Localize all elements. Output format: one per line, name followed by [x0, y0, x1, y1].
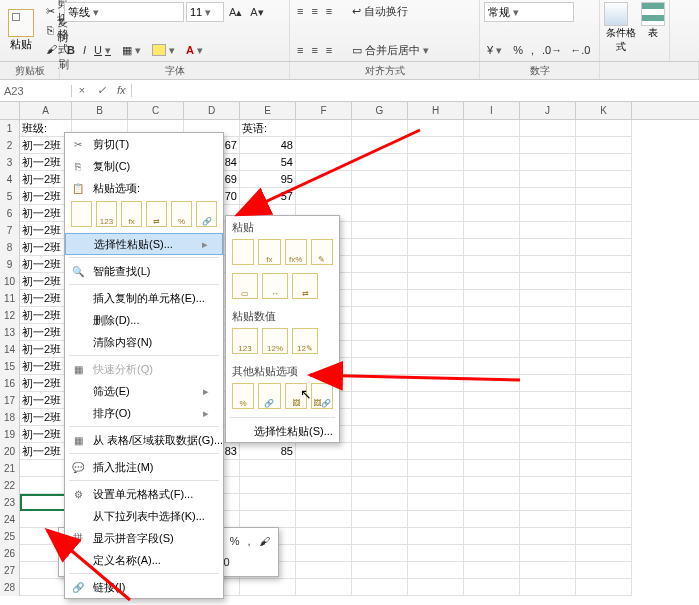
row-header[interactable]: 12: [0, 307, 20, 324]
align-center-icon[interactable]: ≡: [308, 41, 320, 59]
cell[interactable]: [408, 528, 464, 545]
italic-button[interactable]: I: [80, 41, 89, 59]
cell[interactable]: [520, 511, 576, 528]
cell[interactable]: [408, 477, 464, 494]
cell[interactable]: [520, 239, 576, 256]
cell[interactable]: [464, 120, 520, 137]
cell[interactable]: [464, 222, 520, 239]
cell[interactable]: [576, 375, 632, 392]
cell[interactable]: [352, 409, 408, 426]
cell[interactable]: [464, 460, 520, 477]
align-left-icon[interactable]: ≡: [294, 41, 306, 59]
cell[interactable]: [408, 222, 464, 239]
cell[interactable]: [520, 171, 576, 188]
row-header[interactable]: 9: [0, 256, 20, 273]
cell[interactable]: [352, 341, 408, 358]
fill-color-button[interactable]: ▾: [149, 41, 181, 59]
cell[interactable]: [352, 579, 408, 596]
cell[interactable]: [520, 324, 576, 341]
cell[interactable]: [296, 579, 352, 596]
cell[interactable]: [520, 392, 576, 409]
cell[interactable]: [576, 358, 632, 375]
cell[interactable]: [408, 392, 464, 409]
row-header[interactable]: 19: [0, 426, 20, 443]
cell[interactable]: [296, 477, 352, 494]
cell[interactable]: [408, 154, 464, 171]
cell[interactable]: [408, 579, 464, 596]
cell[interactable]: [408, 494, 464, 511]
row-header[interactable]: 14: [0, 341, 20, 358]
paste-values[interactable]: 123: [232, 328, 258, 354]
bold-button[interactable]: B: [64, 41, 78, 59]
cell[interactable]: [576, 579, 632, 596]
cell[interactable]: [408, 426, 464, 443]
cell[interactable]: [296, 443, 352, 460]
cell[interactable]: [352, 460, 408, 477]
cell[interactable]: [352, 375, 408, 392]
cell[interactable]: [296, 460, 352, 477]
cell[interactable]: [520, 273, 576, 290]
cell[interactable]: [352, 392, 408, 409]
cell[interactable]: [464, 528, 520, 545]
cell[interactable]: [352, 477, 408, 494]
cell[interactable]: [296, 188, 352, 205]
paste-option-link[interactable]: 🔗: [196, 201, 217, 227]
row-header[interactable]: 20: [0, 443, 20, 460]
cell[interactable]: [408, 290, 464, 307]
number-format-select[interactable]: 常规▾: [484, 2, 574, 22]
cell[interactable]: [464, 358, 520, 375]
paste-linked-pic[interactable]: 🖼🔗: [311, 383, 333, 409]
cell[interactable]: [296, 545, 352, 562]
cell[interactable]: [296, 154, 352, 171]
cell[interactable]: [296, 171, 352, 188]
paste-option-all[interactable]: [71, 201, 92, 227]
cell[interactable]: [408, 307, 464, 324]
row-header[interactable]: 16: [0, 375, 20, 392]
fx-icon[interactable]: fx: [111, 84, 131, 97]
cell[interactable]: [520, 562, 576, 579]
cell[interactable]: [520, 341, 576, 358]
cell[interactable]: [296, 137, 352, 154]
cell[interactable]: [576, 171, 632, 188]
menu-sort[interactable]: 排序(O)▸: [65, 402, 223, 424]
cell[interactable]: [352, 290, 408, 307]
cell[interactable]: [352, 324, 408, 341]
cell[interactable]: [464, 392, 520, 409]
cell[interactable]: [576, 409, 632, 426]
cell[interactable]: [352, 307, 408, 324]
cell[interactable]: [408, 375, 464, 392]
row-header[interactable]: 5: [0, 188, 20, 205]
cell[interactable]: [352, 358, 408, 375]
name-box[interactable]: A23: [0, 85, 72, 97]
cell[interactable]: [576, 443, 632, 460]
row-header[interactable]: 18: [0, 409, 20, 426]
align-top-icon[interactable]: ≡: [294, 2, 306, 20]
cell[interactable]: [576, 188, 632, 205]
cell[interactable]: [576, 562, 632, 579]
paste-formulas[interactable]: fx: [258, 239, 280, 265]
cell[interactable]: [520, 494, 576, 511]
cond-format-button[interactable]: 条件格式: [604, 2, 637, 54]
select-all-corner[interactable]: [0, 102, 20, 119]
paste-noborder[interactable]: ▭: [232, 273, 258, 299]
col-header[interactable]: A: [20, 102, 72, 119]
cell[interactable]: [520, 443, 576, 460]
cell[interactable]: [352, 154, 408, 171]
cell[interactable]: [520, 545, 576, 562]
cell[interactable]: [520, 205, 576, 222]
cell[interactable]: [352, 188, 408, 205]
col-header[interactable]: D: [184, 102, 240, 119]
menu-clear[interactable]: 清除内容(N): [65, 331, 223, 353]
cell[interactable]: [520, 120, 576, 137]
cell[interactable]: [520, 222, 576, 239]
cell[interactable]: [464, 409, 520, 426]
cell[interactable]: [240, 460, 296, 477]
menu-show-pinyin[interactable]: 拼显示拼音字段(S): [65, 527, 223, 549]
col-header[interactable]: K: [576, 102, 632, 119]
menu-pick-from-list[interactable]: 从下拉列表中选择(K)...: [65, 505, 223, 527]
row-header[interactable]: 25: [0, 528, 20, 545]
cell[interactable]: [408, 358, 464, 375]
align-right-icon[interactable]: ≡: [323, 41, 335, 59]
cell[interactable]: [576, 477, 632, 494]
currency-icon[interactable]: ¥▾: [484, 41, 508, 59]
